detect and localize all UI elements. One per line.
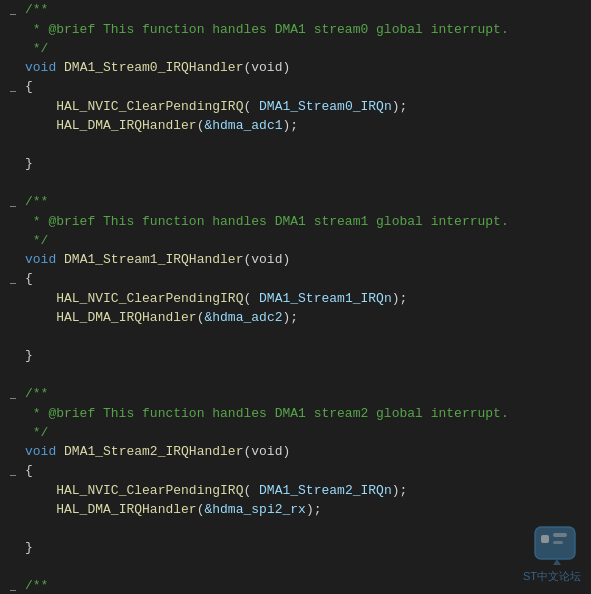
line-text: * @brief This function handles DMA1 stre… (25, 404, 591, 423)
code-line: ⎯{ (0, 269, 591, 289)
gutter: ⎯ (4, 270, 22, 289)
gutter: ⎯ (4, 78, 22, 97)
line-text: } (25, 538, 591, 557)
line-text: * @brief This function handles DMA1 stre… (25, 20, 591, 39)
line-text: /** (25, 192, 591, 211)
line-text: HAL_NVIC_ClearPendingIRQ( DMA1_Stream1_I… (25, 289, 591, 308)
gutter: ⎯ (4, 462, 22, 481)
line-text: void DMA1_Stream2_IRQHandler(void) (25, 442, 591, 461)
code-line: ⎯{ (0, 461, 591, 481)
gutter: ⎯ (4, 1, 22, 20)
svg-marker-5 (553, 559, 561, 565)
watermark-text: ST中文论坛 (523, 569, 581, 584)
gutter: ⎯ (4, 385, 22, 404)
line-text: /** (25, 0, 591, 19)
collapse-icon[interactable]: ⎯ (10, 385, 16, 404)
line-text: void DMA1_Stream1_IRQHandler(void) (25, 250, 591, 269)
code-line (0, 519, 591, 538)
gutter: ⎯ (4, 577, 22, 594)
code-line: ⎯/** (0, 0, 591, 20)
line-text: void DMA1_Stream0_IRQHandler(void) (25, 58, 591, 77)
code-line: ⎯{ (0, 77, 591, 97)
code-content: ⎯/** * @brief This function handles DMA1… (0, 0, 591, 594)
line-text (25, 173, 591, 192)
svg-rect-2 (541, 535, 549, 543)
code-line (0, 135, 591, 154)
svg-rect-3 (553, 533, 567, 537)
code-line: HAL_NVIC_ClearPendingIRQ( DMA1_Stream0_I… (0, 97, 591, 116)
code-line (0, 557, 591, 576)
code-line: HAL_NVIC_ClearPendingIRQ( DMA1_Stream2_I… (0, 481, 591, 500)
code-line: } (0, 154, 591, 173)
code-line: ⎯/** (0, 384, 591, 404)
code-line: HAL_DMA_IRQHandler(&hdma_spi2_rx); (0, 500, 591, 519)
line-text: * @brief This function handles DMA1 stre… (25, 212, 591, 231)
code-line (0, 365, 591, 384)
code-line: void DMA1_Stream2_IRQHandler(void) (0, 442, 591, 461)
line-text: { (25, 269, 591, 288)
line-text (25, 365, 591, 384)
line-text: */ (25, 423, 591, 442)
collapse-icon[interactable]: ⎯ (10, 1, 16, 20)
line-text: HAL_DMA_IRQHandler(&hdma_spi2_rx); (25, 500, 591, 519)
code-line (0, 327, 591, 346)
code-line: } (0, 346, 591, 365)
line-text: */ (25, 231, 591, 250)
line-text (25, 519, 591, 538)
code-line: HAL_DMA_IRQHandler(&hdma_adc2); (0, 308, 591, 327)
line-text: HAL_NVIC_ClearPendingIRQ( DMA1_Stream2_I… (25, 481, 591, 500)
code-editor: ⎯/** * @brief This function handles DMA1… (0, 0, 591, 594)
gutter: ⎯ (4, 193, 22, 212)
code-line: */ (0, 423, 591, 442)
line-text: /** (25, 576, 591, 594)
collapse-icon[interactable]: ⎯ (10, 193, 16, 212)
code-line: void DMA1_Stream1_IRQHandler(void) (0, 250, 591, 269)
line-text (25, 327, 591, 346)
collapse-icon[interactable]: ⎯ (10, 462, 16, 481)
code-line: HAL_NVIC_ClearPendingIRQ( DMA1_Stream1_I… (0, 289, 591, 308)
code-line: * @brief This function handles DMA1 stre… (0, 404, 591, 423)
collapse-icon[interactable]: ⎯ (10, 577, 16, 594)
line-text: } (25, 154, 591, 173)
code-line: void DMA1_Stream0_IRQHandler(void) (0, 58, 591, 77)
code-line: */ (0, 39, 591, 58)
code-line: */ (0, 231, 591, 250)
line-text: { (25, 461, 591, 480)
code-line: * @brief This function handles DMA1 stre… (0, 212, 591, 231)
svg-rect-4 (553, 541, 563, 544)
line-text: HAL_NVIC_ClearPendingIRQ( DMA1_Stream0_I… (25, 97, 591, 116)
line-text: { (25, 77, 591, 96)
watermark-icon (533, 525, 581, 567)
collapse-icon[interactable]: ⎯ (10, 78, 16, 97)
line-text: HAL_DMA_IRQHandler(&hdma_adc1); (25, 116, 591, 135)
code-line: * @brief This function handles DMA1 stre… (0, 20, 591, 39)
code-line (0, 173, 591, 192)
line-text (25, 557, 591, 576)
line-text: */ (25, 39, 591, 58)
watermark: ST中文论坛 (523, 525, 581, 584)
line-text (25, 135, 591, 154)
collapse-icon[interactable]: ⎯ (10, 270, 16, 289)
code-line: ⎯/** (0, 576, 591, 594)
line-text: /** (25, 384, 591, 403)
code-line: } (0, 538, 591, 557)
line-text: HAL_DMA_IRQHandler(&hdma_adc2); (25, 308, 591, 327)
code-line: HAL_DMA_IRQHandler(&hdma_adc1); (0, 116, 591, 135)
line-text: } (25, 346, 591, 365)
code-line: ⎯/** (0, 192, 591, 212)
